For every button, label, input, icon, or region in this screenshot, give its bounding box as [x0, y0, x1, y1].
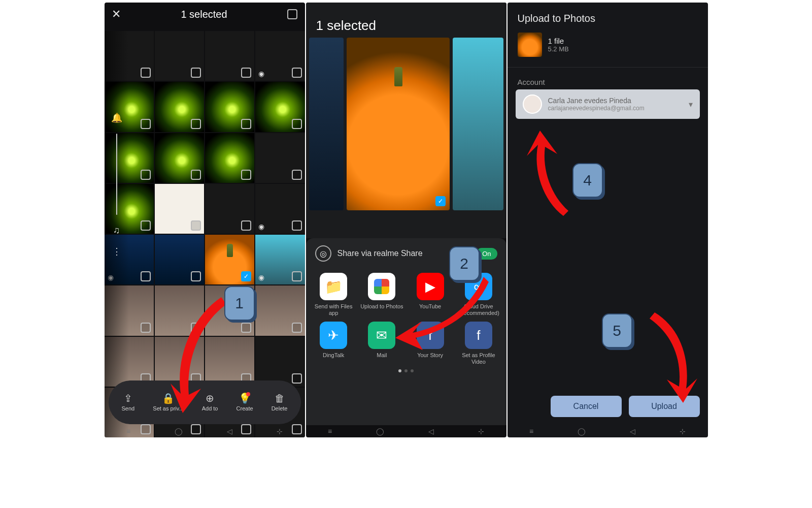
upload-button[interactable]: Upload — [629, 396, 700, 417]
play-icon: ◉ — [258, 273, 264, 281]
avatar — [523, 94, 542, 114]
share-icon: ⇪ — [124, 393, 132, 403]
trash-icon: 🗑 — [275, 393, 285, 403]
grid-cell[interactable] — [155, 184, 204, 234]
broadcast-icon: ◎ — [315, 245, 331, 262]
grid-cell[interactable] — [255, 133, 304, 183]
add-to-button[interactable]: ⊕Add to — [202, 393, 218, 411]
step-badge-5: 5 — [602, 313, 632, 348]
app-label: Cloud Drive (Recommended) — [456, 303, 501, 316]
realme-share-toggle[interactable]: On — [476, 248, 497, 260]
recent-icon[interactable]: ≡ — [126, 427, 130, 435]
selection-topbar: ✕ 1 selected — [105, 3, 305, 26]
home-icon[interactable]: ◯ — [175, 427, 183, 435]
step-badge-4: 4 — [572, 163, 603, 198]
app-label: Send with Files app — [311, 303, 356, 316]
share-app-profile-video[interactable]: fSet as Profile Video — [456, 322, 501, 365]
music-icon[interactable]: ♫ — [113, 225, 120, 236]
set-private-button[interactable]: 🔒Set as priv... — [153, 393, 183, 411]
upload-file-row: 1 file 5.2 MB — [507, 27, 708, 62]
share-thumb-selected[interactable] — [347, 38, 449, 210]
share-app-files[interactable]: 📁Send with Files app — [311, 273, 356, 316]
upload-title: Upload to Photos — [507, 3, 708, 27]
delete-button[interactable]: 🗑Delete — [272, 393, 288, 411]
gallery-grid[interactable]: ◉ ◉ ◉ ◉ — [105, 31, 305, 437]
upload-dialog-screen: Upload to Photos 1 file 5.2 MB Account C… — [507, 3, 708, 437]
grid-cell[interactable] — [155, 133, 204, 183]
account-header: Account — [507, 73, 708, 89]
recent-icon[interactable]: ≡ — [328, 427, 332, 435]
selection-actions-bar: ⇪Send 🔒Set as priv... ⊕Add to 💡Create 🗑D… — [109, 380, 301, 424]
file-count: 1 file — [548, 37, 569, 45]
android-nav-bar: ≡ ◯ ◁ ⊹ — [306, 425, 506, 437]
gallery-selection-screen: ✕ 1 selected ◉ ◉ ◉ — [105, 3, 305, 437]
more-icon[interactable]: ⋮ — [112, 246, 121, 257]
realme-share-label: Share via realme Share — [337, 249, 423, 258]
selection-title: 1 selected — [306, 3, 506, 38]
share-sheet-screen: 1 selected ◎ Share via realme Share On 📁… — [306, 3, 506, 437]
upload-button-row: Cancel Upload — [551, 396, 700, 417]
android-nav-bar: ≡ ◯ ◁ ⊹ — [105, 425, 305, 437]
step-arrow-4 — [518, 130, 579, 221]
back-icon[interactable]: ◁ — [428, 427, 434, 435]
back-icon[interactable]: ◁ — [630, 427, 635, 435]
play-icon: ◉ — [258, 70, 264, 78]
grid-cell[interactable] — [205, 133, 254, 183]
create-button[interactable]: 💡Create — [236, 393, 253, 411]
scroll-indicator — [116, 134, 117, 215]
plus-circle-icon: ⊕ — [206, 393, 214, 403]
chevron-down-icon: ▾ — [689, 100, 693, 109]
accessibility-icon[interactable]: ⊹ — [680, 427, 686, 435]
separator — [507, 67, 708, 68]
lock-icon: 🔒 — [162, 393, 175, 403]
grid-cell[interactable] — [205, 285, 254, 335]
grid-cell[interactable] — [205, 82, 254, 132]
share-app-dingtalk[interactable]: ✈DingTalk — [311, 322, 356, 365]
account-selector[interactable]: Carla Jane evedes Pineda carlajaneevedes… — [516, 89, 700, 119]
home-icon[interactable]: ◯ — [578, 427, 586, 435]
upload-thumbnail — [518, 33, 542, 57]
grid-cell[interactable]: ◉ — [255, 31, 304, 81]
grid-cell[interactable] — [205, 31, 254, 81]
share-app-youtube[interactable]: ▶YouTube — [408, 273, 453, 316]
play-icon: ◉ — [258, 223, 264, 231]
close-icon[interactable]: ✕ — [112, 8, 121, 21]
share-app-your-story[interactable]: fYour Story — [408, 322, 453, 365]
share-apps-grid: 📁Send with Files app Upload to Photos ▶Y… — [311, 273, 501, 365]
accessibility-icon[interactable]: ⊹ — [277, 427, 283, 435]
grid-cell[interactable] — [155, 285, 204, 335]
share-sheet: ◎ Share via realme Share On 📁Send with F… — [306, 238, 506, 425]
grid-cell[interactable] — [155, 82, 204, 132]
grid-cell[interactable] — [205, 184, 254, 234]
grid-cell[interactable] — [155, 31, 204, 81]
grid-cell[interactable] — [255, 82, 304, 132]
home-icon[interactable]: ◯ — [376, 427, 384, 435]
share-thumb[interactable] — [453, 38, 503, 210]
share-app-cloud-drive[interactable]: ∞Cloud Drive (Recommended) — [456, 273, 501, 316]
share-thumb[interactable] — [309, 38, 344, 210]
page-indicator — [311, 369, 501, 372]
send-button[interactable]: ⇪Send — [122, 393, 135, 411]
gallery-side-rail: 🔔 ♫ ⋮ — [105, 31, 129, 437]
grid-cell[interactable] — [255, 337, 304, 387]
delete-label: Delete — [272, 405, 288, 411]
grid-cell[interactable] — [255, 285, 304, 335]
grid-cell[interactable] — [205, 337, 254, 387]
share-app-google-photos[interactable]: Upload to Photos — [359, 273, 404, 316]
grid-cell[interactable] — [155, 235, 204, 284]
share-app-mail[interactable]: ✉Mail — [359, 322, 404, 365]
back-icon[interactable]: ◁ — [227, 427, 232, 435]
grid-cell[interactable]: ◉ — [255, 235, 304, 284]
realme-share-row[interactable]: ◎ Share via realme Share On — [311, 245, 501, 262]
bell-icon[interactable]: 🔔 — [111, 112, 122, 123]
check-all-icon[interactable] — [287, 9, 297, 19]
share-thumbnail-row — [306, 38, 506, 210]
accessibility-icon[interactable]: ⊹ — [478, 427, 484, 435]
grid-cell[interactable]: ◉ — [255, 184, 304, 234]
grid-cell[interactable] — [155, 337, 204, 387]
grid-cell-selected[interactable] — [205, 235, 254, 284]
app-label: Your Story — [417, 352, 443, 365]
recent-icon[interactable]: ≡ — [529, 427, 533, 435]
create-label: Create — [236, 405, 253, 411]
cancel-button[interactable]: Cancel — [551, 396, 622, 417]
